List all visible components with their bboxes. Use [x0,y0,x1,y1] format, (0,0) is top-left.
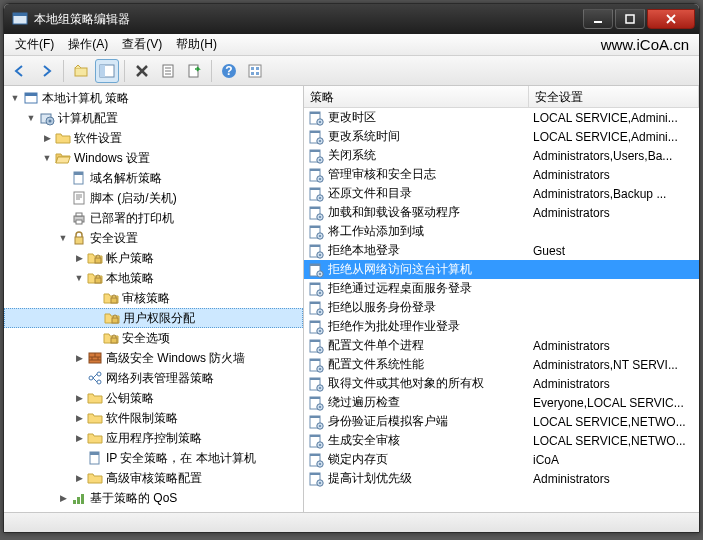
menu-view[interactable]: 查看(V) [115,34,169,55]
policy-row[interactable]: 拒绝以服务身份登录 [304,298,699,317]
filter-button[interactable] [243,59,267,83]
tree-windows-settings[interactable]: ▼Windows 设置 [4,148,303,168]
tree-label: 网络列表管理器策略 [106,370,218,387]
security-cell: Administrators,Backup ... [529,187,699,201]
close-button[interactable] [647,9,695,29]
tree-scripts[interactable]: 脚本 (启动/关机) [4,188,303,208]
tree-app-control[interactable]: ▶应用程序控制策略 [4,428,303,448]
security-cell: Administrators [529,472,699,486]
twist-icon[interactable]: ▶ [72,253,86,263]
policy-item-icon [308,262,324,278]
menu-action[interactable]: 操作(A) [61,34,115,55]
help-button[interactable]: ? [217,59,241,83]
twist-icon[interactable]: ▶ [72,353,86,363]
up-button[interactable] [69,59,93,83]
back-button[interactable] [8,59,32,83]
twist-icon[interactable]: ▶ [40,133,54,143]
twist-icon[interactable]: ▶ [72,413,86,423]
maximize-button[interactable] [615,9,645,29]
policy-cell: 拒绝从网络访问这台计算机 [304,261,529,278]
tree-root[interactable]: ▼本地计算机 策略 [4,88,303,108]
twist-icon[interactable]: ▼ [8,93,22,103]
policy-label: 生成安全审核 [328,432,400,449]
policy-row[interactable]: 将工作站添加到域 [304,222,699,241]
tree-pane[interactable]: ▼本地计算机 策略▼计算机配置▶软件设置▼Windows 设置域名解析策略脚本 … [4,86,304,512]
tree-account-policies[interactable]: ▶帐户策略 [4,248,303,268]
policy-row[interactable]: 锁定内存页iCoA [304,450,699,469]
svg-point-83 [319,216,321,218]
tree-audit-policy[interactable]: 审核策略 [4,288,303,308]
policy-row[interactable]: 更改时区LOCAL SERVICE,Admini... [304,108,699,127]
tree-qos[interactable]: ▶基于策略的 QoS [4,488,303,508]
policy-label: 拒绝从网络访问这台计算机 [328,261,472,278]
list-body[interactable]: 更改时区LOCAL SERVICE,Admini...更改系统时间LOCAL S… [304,108,699,512]
col-policy[interactable]: 策略 [304,86,529,107]
menu-file[interactable]: 文件(F) [8,34,61,55]
tree-user-rights[interactable]: 用户权限分配 [4,308,303,328]
policy-row[interactable]: 拒绝通过远程桌面服务登录 [304,279,699,298]
tree-label: 高级审核策略配置 [106,470,206,487]
tree-ipsec[interactable]: IP 安全策略，在 本地计算机 [4,448,303,468]
twist-icon[interactable]: ▶ [72,433,86,443]
menu-help[interactable]: 帮助(H) [169,34,224,55]
svg-point-99 [319,292,321,294]
tree-software-settings[interactable]: ▶软件设置 [4,128,303,148]
svg-rect-37 [75,237,83,244]
tree-security-settings[interactable]: ▼安全设置 [4,228,303,248]
policy-row[interactable]: 配置文件单个进程Administrators [304,336,699,355]
forward-button[interactable] [34,59,58,83]
tree-software-restriction[interactable]: ▶软件限制策略 [4,408,303,428]
policy-row[interactable]: 关闭系统Administrators,Users,Ba... [304,146,699,165]
twist-icon[interactable]: ▼ [24,113,38,123]
properties-button[interactable] [156,59,180,83]
minimize-button[interactable] [583,9,613,29]
policy-row[interactable]: 生成安全审核LOCAL SERVICE,NETWO... [304,431,699,450]
delete-button[interactable] [130,59,154,83]
tree-local-policies[interactable]: ▼本地策略 [4,268,303,288]
twist-icon[interactable]: ▼ [72,273,86,283]
tree-advanced-audit[interactable]: ▶高级审核策略配置 [4,468,303,488]
policy-row[interactable]: 更改系统时间LOCAL SERVICE,Admini... [304,127,699,146]
col-security[interactable]: 安全设置 [529,86,699,107]
tree-printers[interactable]: 已部署的打印机 [4,208,303,228]
menubar: 文件(F) 操作(A) 查看(V) 帮助(H) www.iCoA.cn [4,34,699,56]
policy-item-icon [308,129,324,145]
tree-network-list[interactable]: 网络列表管理器策略 [4,368,303,388]
security-cell: Administrators,NT SERVI... [529,358,699,372]
tree-security-options[interactable]: 安全选项 [4,328,303,348]
twist-icon[interactable]: ▶ [72,473,86,483]
svg-rect-55 [90,452,99,455]
tree-public-key[interactable]: ▶公钥策略 [4,388,303,408]
svg-rect-22 [256,72,259,75]
twist-icon[interactable]: ▼ [40,153,54,163]
svg-rect-29 [74,172,83,175]
net-icon [87,370,103,386]
svg-rect-73 [310,169,320,171]
policy-row[interactable]: 还原文件和目录Administrators,Backup ... [304,184,699,203]
svg-point-123 [319,406,321,408]
policy-row[interactable]: 拒绝作为批处理作业登录 [304,317,699,336]
svg-rect-97 [310,283,320,285]
policy-cell: 拒绝以服务身份登录 [304,299,529,316]
policy-item-icon [308,186,324,202]
tree-name-resolution[interactable]: 域名解析策略 [4,168,303,188]
policy-row[interactable]: 配置文件系统性能Administrators,NT SERVI... [304,355,699,374]
export-button[interactable] [182,59,206,83]
policy-row[interactable]: 身份验证后模拟客户端LOCAL SERVICE,NETWO... [304,412,699,431]
policy-row[interactable]: 拒绝本地登录Guest [304,241,699,260]
policy-row[interactable]: 加载和卸载设备驱动程序Administrators [304,203,699,222]
twist-icon[interactable]: ▶ [56,493,70,503]
tree-computer-config[interactable]: ▼计算机配置 [4,108,303,128]
policy-row[interactable]: 拒绝从网络访问这台计算机 [304,260,699,279]
policy-row[interactable]: 提高计划优先级Administrators [304,469,699,488]
security-cell: Administrators,Users,Ba... [529,149,699,163]
policy-row[interactable]: 绕过遍历检查Everyone,LOCAL SERVIC... [304,393,699,412]
show-hide-tree-button[interactable] [95,59,119,83]
policy-row[interactable]: 取得文件或其他对象的所有权Administrators [304,374,699,393]
titlebar[interactable]: 本地组策略编辑器 [4,4,699,34]
tree-firewall[interactable]: ▶高级安全 Windows 防火墙 [4,348,303,368]
twist-icon[interactable]: ▶ [72,393,86,403]
twist-icon[interactable]: ▼ [56,233,70,243]
svg-rect-137 [310,473,320,475]
policy-row[interactable]: 管理审核和安全日志Administrators [304,165,699,184]
